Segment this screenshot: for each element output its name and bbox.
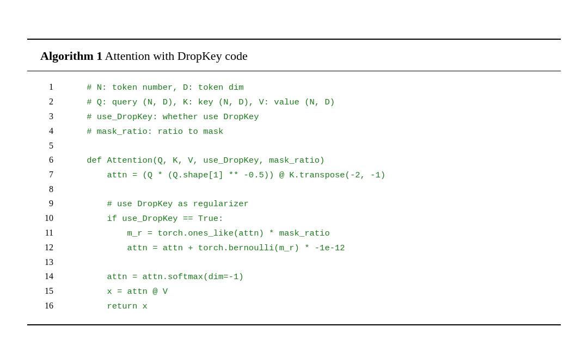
algorithm-label: Algorithm 1 (40, 49, 102, 63)
code-row: 15 x = attn @ V (40, 284, 548, 299)
line-number: 3 (40, 109, 66, 124)
line-number: 12 (40, 240, 66, 255)
line-number: 6 (40, 153, 66, 167)
code-row: 7 attn = (Q * (Q.shape[1] ** -0.5)) @ K.… (40, 168, 548, 182)
code-row: 13 (40, 255, 548, 269)
line-number: 16 (40, 299, 66, 313)
code-row: 8 (40, 182, 548, 196)
line-number: 14 (40, 269, 66, 283)
code-content: attn = attn.softmax(dim=-1) (66, 270, 244, 284)
code-row: 10 if use_DropKey == True: (40, 211, 548, 226)
line-number: 13 (40, 255, 66, 269)
code-content: return x (66, 299, 148, 313)
code-row: 1 # N: token number, D: token dim (40, 80, 548, 95)
code-row: 5 (40, 139, 548, 153)
code-row: 4 # mask_ratio: ratio to mask (40, 124, 548, 139)
code-row: 6 def Attention(Q, K, V, use_DropKey, ma… (40, 153, 548, 168)
code-row: 9 # use DropKey as regularizer (40, 196, 548, 211)
code-content: # use_DropKey: whether use DropKey (66, 110, 259, 124)
line-number: 15 (40, 284, 66, 298)
code-area: 1 # N: token number, D: token dim2 # Q: … (27, 80, 561, 313)
line-number: 11 (40, 226, 66, 240)
code-row: 11 m_r = torch.ones_like(attn) * mask_ra… (40, 226, 548, 240)
code-row: 2 # Q: query (N, D), K: key (N, D), V: v… (40, 95, 548, 109)
code-content: # Q: query (N, D), K: key (N, D), V: val… (66, 95, 335, 109)
code-content: # use DropKey as regularizer (66, 197, 249, 211)
algorithm-header: Algorithm 1 Attention with DropKey code (27, 48, 561, 71)
line-number: 4 (40, 124, 66, 138)
code-content: # mask_ratio: ratio to mask (66, 125, 223, 139)
code-content: x = attn @ V (66, 285, 168, 299)
line-number: 1 (40, 80, 66, 94)
line-number: 10 (40, 211, 66, 225)
code-content: def Attention(Q, K, V, use_DropKey, mask… (66, 153, 324, 168)
line-number: 5 (40, 139, 66, 153)
line-number: 7 (40, 168, 66, 182)
code-content: attn = attn + torch.bernoulli(m_r) * -1e… (66, 241, 345, 255)
code-row: 12 attn = attn + torch.bernoulli(m_r) * … (40, 240, 548, 255)
code-row: 14 attn = attn.softmax(dim=-1) (40, 269, 548, 284)
code-content: if use_DropKey == True: (66, 212, 223, 226)
code-content: # N: token number, D: token dim (66, 81, 244, 95)
code-row: 16 return x (40, 299, 548, 313)
algorithm-title: Attention with DropKey code (102, 49, 247, 63)
line-number: 2 (40, 95, 66, 109)
code-row: 3 # use_DropKey: whether use DropKey (40, 109, 548, 124)
line-number: 9 (40, 196, 66, 211)
line-number: 8 (40, 182, 66, 196)
code-content: attn = (Q * (Q.shape[1] ** -0.5)) @ K.tr… (66, 168, 385, 182)
code-content: m_r = torch.ones_like(attn) * mask_ratio (66, 226, 330, 240)
algorithm-box: Algorithm 1 Attention with DropKey code … (27, 39, 561, 325)
